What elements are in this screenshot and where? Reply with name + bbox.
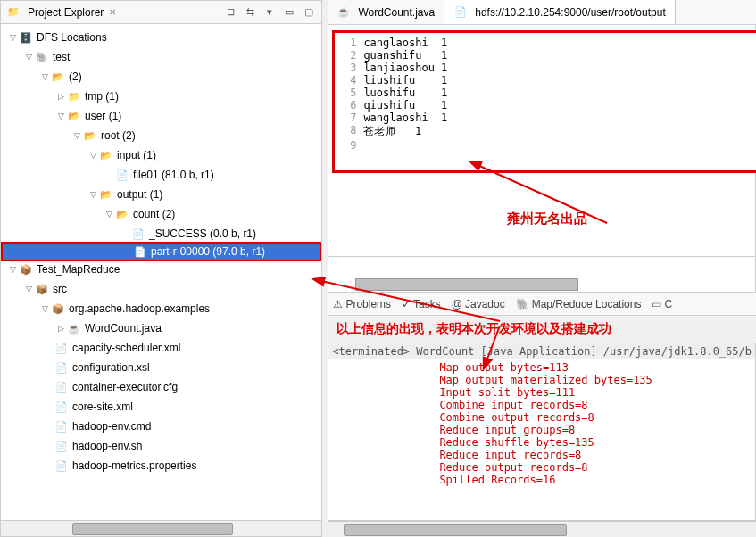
explorer-header: 📁 Project Explorer ✕ ⊟ ⇆ ▾ ▭ ▢ bbox=[1, 1, 321, 24]
file-icon: 📄 bbox=[115, 168, 129, 182]
java-icon: ☕ bbox=[67, 321, 81, 335]
xml-icon: 📄 bbox=[54, 360, 69, 375]
console-scrollbar[interactable] bbox=[328, 521, 756, 537]
package-icon: 📦 bbox=[51, 302, 65, 316]
problems-icon: ⚠ bbox=[333, 298, 343, 310]
twisty-icon[interactable]: ▽ bbox=[87, 190, 99, 199]
tab-mapreduce[interactable]: 🐘Map/Reduce Locations bbox=[516, 298, 642, 310]
hadoop-icon: 🐘 bbox=[35, 50, 49, 64]
tree-test[interactable]: ▽🐘test bbox=[1, 47, 321, 67]
javadoc-icon: @ bbox=[452, 298, 462, 310]
twisty-icon[interactable]: ▽ bbox=[22, 285, 35, 293]
twisty-icon[interactable]: ▽ bbox=[22, 53, 35, 62]
project-explorer-panel: 📁 Project Explorer ✕ ⊟ ⇆ ▾ ▭ ▢ ▽🗄️DFS Lo… bbox=[0, 0, 322, 537]
tree-user[interactable]: ▽📂user (1) bbox=[1, 106, 321, 126]
max-icon[interactable]: ▢ bbox=[302, 5, 316, 20]
tree-part-selected[interactable]: 📄part-r-00000 (97.0 b, r1) bbox=[1, 242, 321, 261]
tree-root[interactable]: ▽📂root (2) bbox=[1, 126, 321, 145]
folder-icon: 📁 bbox=[67, 89, 81, 103]
twisty-icon[interactable]: ▽ bbox=[38, 304, 51, 313]
folder-icon: 📂 bbox=[99, 148, 113, 162]
tab-wordcount[interactable]: ☕WordCount.java bbox=[328, 0, 444, 24]
tree-success[interactable]: 📄_SUCCESS (0.0 b, r1) bbox=[1, 224, 321, 244]
tab-javadoc[interactable]: @Javadoc bbox=[452, 298, 505, 310]
twisty-icon[interactable]: ▽ bbox=[71, 131, 83, 140]
file-icon: 📄 bbox=[54, 439, 69, 453]
scrollbar-h[interactable] bbox=[1, 520, 321, 536]
file-icon: 📄 bbox=[133, 244, 147, 259]
explorer-icon: 📁 bbox=[6, 5, 21, 20]
tree-tmp[interactable]: ▷📁tmp (1) bbox=[1, 87, 321, 106]
tab-console[interactable]: ▭C bbox=[652, 298, 672, 310]
collapse-icon[interactable]: ⊟ bbox=[223, 5, 237, 20]
link-icon[interactable]: ⇆ bbox=[243, 5, 257, 20]
tree-core[interactable]: 📄core-site.xml bbox=[1, 397, 321, 417]
dfs-icon: 🗄️ bbox=[19, 30, 33, 45]
right-panel: ☕WordCount.java 📄hdfs://10.2.10.254:9000… bbox=[328, 0, 756, 537]
twisty-icon[interactable]: ▽ bbox=[6, 265, 19, 274]
console-icon: ▭ bbox=[652, 298, 661, 310]
tab-hdfs[interactable]: 📄hdfs://10.2.10.254:9000/user/root/outpu… bbox=[444, 0, 676, 24]
tree-src[interactable]: ▽📦src bbox=[1, 279, 321, 299]
folder-icon: 📂 bbox=[67, 109, 81, 123]
twisty-icon[interactable]: ▷ bbox=[54, 92, 67, 101]
tree-conf[interactable]: 📄configuration.xsl bbox=[1, 358, 321, 377]
file-icon: 📄 bbox=[453, 5, 468, 20]
console-header: <terminated> WordCount [Java Application… bbox=[328, 343, 755, 359]
console-body: Map output bytes=113 Map output material… bbox=[328, 359, 755, 488]
close-icon[interactable]: ✕ bbox=[109, 7, 116, 17]
java-icon: ☕ bbox=[336, 5, 351, 20]
twisty-icon[interactable]: ▷ bbox=[54, 324, 67, 333]
console[interactable]: <terminated> WordCount [Java Application… bbox=[328, 343, 756, 521]
folder-icon: 📂 bbox=[99, 187, 113, 202]
explorer-title: Project Explorer bbox=[28, 6, 104, 19]
editor-area[interactable]: 1canglaoshi 1 2guanshifu 1 3lanjiaoshou … bbox=[328, 25, 756, 257]
twisty-icon[interactable]: ▽ bbox=[38, 72, 51, 81]
tree-cont[interactable]: 📄container-executor.cfg bbox=[1, 377, 321, 397]
bottom-tabs: ⚠Problems ✓Tasks @Javadoc 🐘Map/Reduce Lo… bbox=[328, 293, 756, 316]
min-icon[interactable]: ▭ bbox=[282, 5, 296, 20]
tree-count[interactable]: ▽📂count (2) bbox=[1, 204, 321, 224]
tree-file01[interactable]: 📄file01 (81.0 b, r1) bbox=[1, 165, 321, 185]
tree-metrics[interactable]: 📄hadoop-metrics.properties bbox=[1, 456, 321, 475]
file-icon: 📄 bbox=[54, 419, 69, 434]
tree-testmr[interactable]: ▽📦Test_MapReduce bbox=[1, 260, 321, 279]
file-icon: 📄 bbox=[54, 459, 69, 473]
twisty-icon[interactable]: ▽ bbox=[54, 112, 67, 120]
project-icon: 📦 bbox=[19, 262, 33, 277]
folder-icon: 📂 bbox=[51, 70, 65, 84]
tab-problems[interactable]: ⚠Problems bbox=[333, 298, 391, 310]
twisty-icon[interactable]: ▽ bbox=[103, 210, 115, 219]
elephant-icon: 🐘 bbox=[516, 298, 529, 310]
folder-icon: 📂 bbox=[83, 128, 97, 143]
tree-pkg[interactable]: ▽📦org.apache.hadoop.examples bbox=[1, 299, 321, 318]
annotation-success: 以上信息的出现，表明本次开发环境以及搭建成功 bbox=[328, 316, 756, 343]
editor-tabs: ☕WordCount.java 📄hdfs://10.2.10.254:9000… bbox=[328, 0, 756, 25]
menu-icon[interactable]: ▾ bbox=[262, 5, 277, 20]
tree-dfs[interactable]: ▽🗄️DFS Locations bbox=[1, 28, 321, 47]
file-icon: 📄 bbox=[54, 380, 69, 394]
tree-output[interactable]: ▽📂output (1) bbox=[1, 185, 321, 204]
tree-envs[interactable]: 📄hadoop-env.sh bbox=[1, 436, 321, 456]
annotation-brand: 雍州无名出品 bbox=[507, 211, 587, 227]
src-icon: 📦 bbox=[35, 282, 49, 296]
twisty-icon[interactable]: ▽ bbox=[87, 151, 99, 160]
twisty-icon[interactable]: ▽ bbox=[6, 33, 19, 42]
tasks-icon: ✓ bbox=[402, 298, 411, 310]
xml-icon: 📄 bbox=[54, 400, 69, 414]
tab-tasks[interactable]: ✓Tasks bbox=[402, 298, 441, 310]
tree-wc[interactable]: ▷☕WordCount.java bbox=[1, 318, 321, 338]
tree[interactable]: ▽🗄️DFS Locations ▽🐘test ▽📂(2) ▷📁tmp (1) … bbox=[1, 24, 321, 520]
tree-input[interactable]: ▽📂input (1) bbox=[1, 145, 321, 165]
xml-icon: 📄 bbox=[54, 341, 69, 355]
tree-cap[interactable]: 📄capacity-scheduler.xml bbox=[1, 338, 321, 358]
editor-highlight-box: 1canglaoshi 1 2guanshifu 1 3lanjiaoshou … bbox=[332, 30, 756, 173]
tree-two[interactable]: ▽📂(2) bbox=[1, 67, 321, 87]
file-icon: 📄 bbox=[131, 227, 145, 241]
folder-icon: 📂 bbox=[115, 207, 129, 221]
tree-envc[interactable]: 📄hadoop-env.cmd bbox=[1, 417, 321, 436]
editor-scroll[interactable] bbox=[328, 257, 756, 293]
